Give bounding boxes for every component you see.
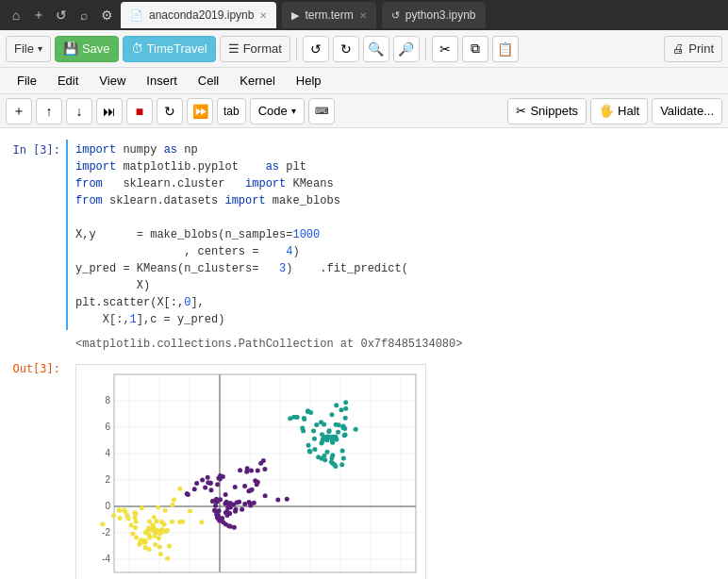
out3-bracket: Out[3]: (12, 362, 60, 375)
stop-button[interactable]: ■ (126, 98, 153, 124)
format-icon: ☰ (228, 41, 240, 56)
save-icon: 💾 (63, 41, 78, 56)
snippets-icon: ✂ (516, 104, 526, 118)
cell-output-text: <matplotlib.collections.PathCollection a… (0, 332, 728, 356)
fast-forward-button[interactable]: ⏩ (187, 98, 213, 124)
undo-icon[interactable]: ↺ (53, 7, 70, 24)
new-icon[interactable]: ＋ (30, 7, 47, 24)
timetravel-icon: ⏱ (131, 41, 143, 56)
timetravel-label: TimeTravel (147, 41, 207, 56)
cut-button[interactable]: ✂ (432, 36, 458, 62)
cell-output-text-content: <matplotlib.collections.PathCollection a… (66, 332, 728, 356)
menu-help[interactable]: Help (287, 71, 331, 91)
paste-button[interactable]: 📋 (492, 36, 519, 62)
tab-button[interactable]: tab (217, 98, 246, 124)
add-cell-button[interactable]: ＋ (6, 98, 32, 124)
tab-anaconda[interactable]: 📄 anaconda2019.ipynb ✕ (121, 2, 276, 28)
halt-label: Halt (618, 104, 639, 118)
menubar: File Edit View Insert Cell Kernel Help (0, 68, 728, 94)
keyboard-button[interactable]: ⌨ (308, 98, 335, 124)
menu-view[interactable]: View (90, 71, 135, 91)
validate-label: Validate... (660, 104, 714, 118)
search-toolbar-button[interactable]: 🔍 (363, 36, 389, 62)
cell-in3-content[interactable]: import numpy as np import matplotlib.pyp… (66, 140, 728, 330)
move-up-button[interactable]: ↑ (36, 98, 62, 124)
cell-output-text-label (0, 332, 66, 356)
save-button[interactable]: 💾 Save (55, 36, 119, 62)
print-icon: 🖨 (672, 41, 685, 56)
toolbar: File ▾ 💾 Save ⏱ TimeTravel ☰ Format ↺ ↻ … (0, 30, 728, 68)
tab-python3[interactable]: ↺ python3.ipynb (382, 2, 486, 28)
plot-container (75, 364, 426, 579)
menu-cell[interactable]: Cell (189, 71, 228, 91)
save-label: Save (82, 41, 110, 56)
halt-button[interactable]: 🖐 Halt (590, 98, 648, 124)
cell-in3: In [3]: import numpy as np import matplo… (0, 140, 728, 330)
tab-term[interactable]: ▶ term.term ✕ (282, 2, 375, 28)
menu-edit[interactable]: Edit (48, 71, 88, 91)
menu-file[interactable]: File (8, 71, 46, 91)
settings-icon[interactable]: ⚙ (98, 7, 115, 24)
snippets-label: Snippets (530, 104, 578, 118)
celltoolbar: ＋ ↑ ↓ ⏭ ■ ↻ ⏩ tab Code ▾ ⌨ ✂ Snippets 🖐 … (0, 94, 728, 128)
print-label: Print (688, 41, 714, 56)
separator-2 (425, 38, 426, 60)
chevron-down-icon: ▾ (38, 43, 42, 54)
validate-button[interactable]: Validate... (652, 98, 722, 124)
zoom-out-button[interactable]: 🔎 (393, 36, 420, 62)
file-button[interactable]: File ▾ (6, 36, 51, 62)
home-icon[interactable]: ⌂ (8, 7, 25, 24)
output-text-value: <matplotlib.collections.PathCollection a… (75, 334, 728, 355)
menu-insert[interactable]: Insert (137, 71, 187, 91)
cell-out3-label: Out[3]: (0, 358, 66, 579)
tab-anaconda-label: anaconda2019.ipynb (149, 8, 254, 22)
cell-type-label: Code (258, 104, 288, 118)
in3-bracket: In [3]: (12, 143, 60, 157)
separator-1 (296, 38, 297, 60)
halt-icon: 🖐 (599, 104, 614, 118)
timetravel-button[interactable]: ⏱ TimeTravel (123, 36, 216, 62)
undo-toolbar-button[interactable]: ↺ (303, 36, 329, 62)
move-down-button[interactable]: ↓ (66, 98, 92, 124)
tab-python3-label: python3.ipynb (405, 8, 476, 22)
cell-in3-label: In [3]: (0, 140, 66, 330)
tab-anaconda-close[interactable]: ✕ (259, 10, 267, 21)
format-button[interactable]: ☰ Format (220, 36, 290, 62)
chevron-dropdown-icon: ▾ (291, 106, 296, 116)
cell-out3: Out[3]: (0, 358, 728, 579)
code-block: import numpy as np import matplotlib.pyp… (75, 141, 728, 328)
format-label: Format (243, 41, 282, 56)
tab-term-label: term.term (305, 8, 353, 22)
menu-kernel[interactable]: Kernel (230, 71, 285, 91)
file-label: File (14, 41, 34, 56)
tab-term-close[interactable]: ✕ (359, 10, 367, 21)
copy-button[interactable]: ⧉ (462, 36, 488, 62)
search-icon[interactable]: ⌕ (75, 7, 92, 24)
notebook: In [3]: import numpy as np import matplo… (0, 128, 728, 579)
redo-toolbar-button[interactable]: ↻ (333, 36, 359, 62)
scatter-plot (76, 365, 425, 579)
skip-button[interactable]: ⏭ (96, 98, 123, 124)
cell-out3-content (66, 358, 728, 579)
snippets-button[interactable]: ✂ Snippets (507, 98, 587, 124)
cell-type-dropdown[interactable]: Code ▾ (250, 98, 305, 124)
titlebar: ⌂ ＋ ↺ ⌕ ⚙ 📄 anaconda2019.ipynb ✕ ▶ term.… (0, 0, 728, 30)
print-button[interactable]: 🖨 Print (664, 36, 722, 62)
refresh-button[interactable]: ↻ (157, 98, 183, 124)
